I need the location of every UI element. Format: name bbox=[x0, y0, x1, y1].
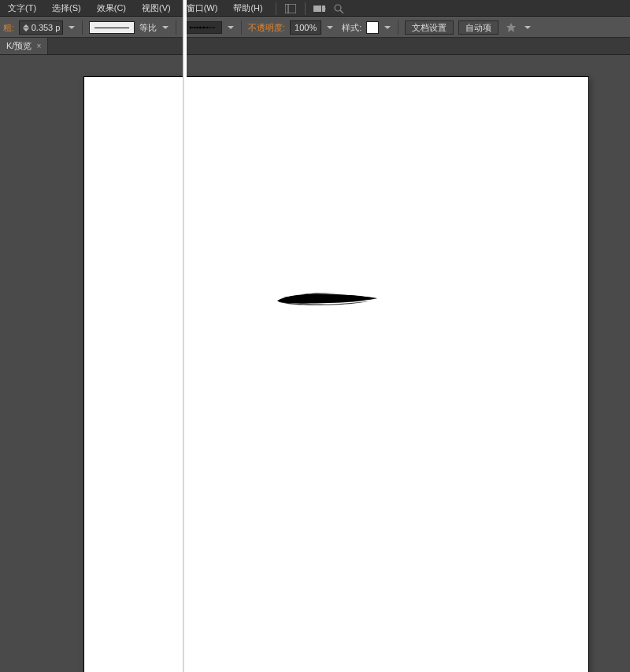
chevron-down-icon bbox=[327, 26, 333, 29]
artboard[interactable] bbox=[84, 77, 588, 672]
separator bbox=[241, 20, 242, 35]
style-dropdown[interactable] bbox=[384, 26, 391, 29]
svg-rect-2 bbox=[313, 6, 321, 12]
menu-select[interactable]: 选择(S) bbox=[46, 1, 87, 16]
menu-help[interactable]: 帮助(H) bbox=[227, 1, 269, 16]
menu-divider bbox=[305, 2, 306, 15]
document-setup-button[interactable]: 文档设置 bbox=[405, 20, 454, 35]
stroke-weight-input[interactable] bbox=[31, 23, 61, 32]
chevron-down-icon bbox=[228, 26, 234, 29]
chevron-down-icon bbox=[384, 26, 391, 29]
menu-view[interactable]: 视图(V) bbox=[135, 1, 177, 16]
arrange-icon[interactable] bbox=[312, 2, 328, 15]
pin-icon[interactable] bbox=[503, 20, 519, 35]
menu-window[interactable]: 窗口(W) bbox=[180, 1, 224, 16]
opacity-dropdown[interactable] bbox=[326, 26, 334, 29]
chevron-down-icon bbox=[69, 26, 75, 29]
opacity-input[interactable] bbox=[292, 23, 319, 32]
separator bbox=[82, 20, 83, 35]
style-swatch[interactable] bbox=[366, 21, 379, 34]
search-icon[interactable] bbox=[331, 2, 346, 15]
tab-title: K/预览 bbox=[6, 40, 32, 52]
stepper-up-icon[interactable] bbox=[23, 24, 29, 28]
stroke-style-dropdown[interactable] bbox=[161, 26, 169, 29]
preset-dropdown[interactable] bbox=[524, 26, 532, 29]
ratio-label: 等比 bbox=[139, 22, 157, 34]
auto-item-button[interactable]: 自动项 bbox=[458, 20, 498, 35]
chevron-down-icon bbox=[524, 26, 531, 29]
svg-point-7 bbox=[299, 295, 365, 301]
stroke-stepper[interactable] bbox=[21, 24, 31, 31]
stroke-weight-field[interactable] bbox=[19, 20, 63, 35]
svg-rect-0 bbox=[285, 4, 296, 13]
document-tab-bar: K/预览 × bbox=[0, 38, 630, 55]
stroke-style-preview[interactable] bbox=[89, 21, 135, 34]
menu-type[interactable]: 文字(T) bbox=[2, 1, 43, 16]
stroke-weight-dropdown[interactable] bbox=[68, 26, 76, 29]
document-tab[interactable]: K/预览 × bbox=[0, 38, 48, 54]
work-area[interactable] bbox=[0, 55, 630, 672]
separator bbox=[176, 20, 176, 35]
menu-effect[interactable]: 效果(C) bbox=[91, 1, 132, 16]
opacity-field[interactable] bbox=[290, 20, 321, 35]
brush-preview[interactable] bbox=[183, 21, 222, 34]
options-bar: 粗: 等比 不透明度: 样式: 文档设置 自动项 bbox=[0, 17, 630, 38]
brush-dropdown[interactable] bbox=[227, 26, 235, 29]
stroke-weight-label: 粗: bbox=[3, 22, 14, 34]
layout-icon[interactable] bbox=[283, 2, 298, 15]
stepper-down-icon[interactable] bbox=[23, 28, 29, 31]
stroke-line-icon bbox=[94, 28, 130, 28]
menu-divider bbox=[276, 2, 276, 15]
style-label: 样式: bbox=[342, 22, 361, 34]
opacity-label: 不透明度: bbox=[248, 22, 285, 34]
svg-point-4 bbox=[335, 5, 341, 11]
svg-line-5 bbox=[340, 10, 343, 13]
chevron-down-icon bbox=[162, 26, 169, 29]
brush-stroke-artwork bbox=[273, 288, 384, 310]
menu-bar: 文字(T) 选择(S) 效果(C) 视图(V) 窗口(W) 帮助(H) bbox=[0, 0, 630, 17]
tab-close-button[interactable]: × bbox=[36, 42, 41, 50]
separator bbox=[398, 20, 398, 35]
brush-scribble-icon bbox=[189, 24, 216, 31]
